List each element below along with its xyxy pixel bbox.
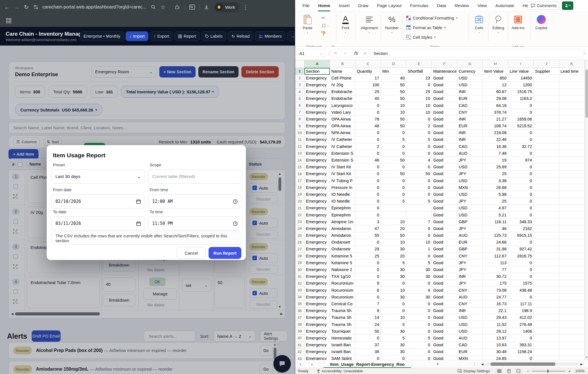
cell[interactable] [534,335,559,341]
cell[interactable]: 0 [406,81,432,88]
cell[interactable]: 0 [355,259,381,266]
cell[interactable]: Emergency [304,232,330,239]
cell[interactable]: USD [457,191,483,198]
cell[interactable]: 438.48 [508,287,534,294]
cell[interactable] [534,184,559,191]
sheet-tab[interactable]: Item_Usage_Report-Emergency_Roo [323,360,411,368]
cell[interactable] [559,225,585,232]
cell[interactable]: Emergency [304,184,330,191]
cell[interactable]: 5 [381,198,406,205]
cell[interactable]: CNY [457,109,483,116]
cell[interactable]: 3 [355,218,381,225]
cell[interactable]: 0 [381,130,406,136]
cell[interactable]: Quantity [355,68,381,75]
import-button[interactable]: ↓Import [126,31,148,41]
cell[interactable]: Amiodaron [330,225,355,232]
cell[interactable]: 3.38 [483,177,508,184]
cell[interactable]: Trauma Sh [330,314,355,321]
cell[interactable] [534,109,559,116]
cell[interactable]: Rocuronium [330,294,355,300]
cell[interactable]: 10 [381,287,406,294]
cell[interactable]: Emergency [304,130,330,136]
cell[interactable]: 0 [406,143,432,150]
cell[interactable]: 73.08 [483,287,508,294]
format-painter-button[interactable] [321,31,326,35]
display-settings-button[interactable]: Display Settings [458,369,490,373]
cell[interactable]: 30 [381,328,406,335]
clock-icon[interactable] [233,199,238,204]
row-header-42[interactable]: 42 [295,349,304,355]
cell[interactable] [559,123,585,130]
row-header-22[interactable]: 22 [295,212,304,218]
cell[interactable]: Ketamine 5 [330,259,355,266]
cell[interactable]: Good [432,239,457,246]
cell[interactable]: Emergency [304,266,330,273]
zoom-out-button[interactable]: − [527,369,529,373]
cell[interactable]: Rocuronium [330,287,355,294]
report-button[interactable]: Report [175,31,200,41]
cell[interactable]: 24.77 [483,294,508,300]
cell[interactable]: Emergency [304,218,330,225]
alignment-menu-button[interactable]: Alignment ⌄ [358,14,381,34]
cell[interactable] [534,75,559,81]
cell[interactable]: Good [432,198,457,205]
cell[interactable] [534,218,559,225]
cell[interactable]: Good [432,116,457,122]
cell[interactable] [534,116,559,122]
cell[interactable]: Min [381,68,406,75]
cell[interactable]: Ondansetr [330,246,355,253]
cell[interactable] [559,218,585,225]
cell[interactable]: 46 [483,225,508,232]
cell[interactable]: Emergency [304,355,330,360]
cell[interactable]: Good [432,232,457,239]
cell[interactable]: 28.12 [483,328,508,335]
cell[interactable]: Item Value [483,68,508,75]
cell-styles-button[interactable]: Cell Styles▾ [406,35,436,40]
cell[interactable]: 6 [355,287,381,294]
cell[interactable]: 0 [508,355,534,360]
cell[interactable]: 0 [406,308,432,314]
cell[interactable]: Tourniquet [330,328,355,335]
row-header-19[interactable]: 19 [295,191,304,198]
cell[interactable]: IV Start Kit [330,164,355,171]
cell[interactable]: 0 [355,109,381,116]
cell[interactable]: JPY [457,280,483,287]
cell[interactable]: Lead time [559,68,585,75]
row-header-2[interactable]: 2 [295,75,304,81]
cell[interactable]: 25 [483,198,508,205]
cell[interactable]: 50 [381,116,406,122]
cell[interactable]: 2816.75 [508,253,534,259]
cell[interactable]: 46 [355,157,381,164]
cell[interactable]: 0 [381,184,406,191]
cell[interactable] [559,259,585,266]
cell[interactable]: 0 [508,205,534,212]
paste-button[interactable]: Paste ⌄ [299,14,317,34]
cell[interactable] [534,205,559,212]
column-header-E[interactable]: E [406,60,432,68]
cell[interactable] [534,342,559,349]
cell[interactable]: 0 [355,102,381,109]
cell[interactable]: 25 [483,171,508,177]
cell[interactable]: 12 [483,81,508,88]
cancel-button[interactable]: Cancel [177,247,206,259]
cell[interactable]: EUR [457,349,483,355]
tab-page-layout[interactable]: Page Layout [377,0,402,11]
cell[interactable]: Good [432,212,457,218]
cell[interactable]: 0 [355,335,381,341]
cell[interactable]: Good [432,136,457,143]
cell[interactable]: 927.42 [508,246,534,253]
cell[interactable] [534,164,559,171]
cell[interactable]: 117.11 [508,300,534,307]
cell[interactable]: 50 [406,171,432,177]
cell[interactable]: 5 [381,259,406,266]
cell[interactable]: Hemostatic [330,335,355,341]
cell[interactable]: AUD [457,150,483,157]
cell[interactable]: 26.68 [483,184,508,191]
run-report-button[interactable]: Run Report [209,247,241,259]
cell[interactable]: AUD [457,232,483,239]
cell[interactable]: 1 [406,246,432,253]
page-layout-view-button[interactable] [507,369,511,373]
cell[interactable]: 1659.06 [508,116,534,122]
share-button[interactable]: ▾ [562,1,573,10]
cell[interactable] [559,150,585,157]
